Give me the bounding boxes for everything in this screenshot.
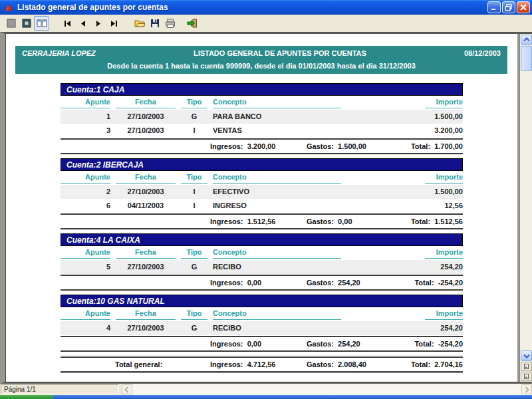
previous-page-button[interactable] <box>75 16 90 31</box>
grand-total-label: Total general: <box>61 360 210 368</box>
column-header-importe: Importe <box>425 173 463 184</box>
column-header-tipo: Tipo <box>181 98 207 108</box>
first-page-button[interactable] <box>60 16 75 31</box>
table-cell: 04/11/2003 <box>116 199 176 213</box>
horizontal-scrollbar[interactable] <box>122 384 532 395</box>
whole-page-icon <box>6 18 17 29</box>
scroll-down-button[interactable] <box>521 350 532 361</box>
printer-icon <box>165 18 176 29</box>
table-row: 527/10/2003GRECIBO254,20 <box>61 260 463 274</box>
taskbar-fragment <box>53 395 532 399</box>
column-header-importe: Importe <box>425 248 463 259</box>
table-cell: I <box>181 199 207 213</box>
taskbar-start-fragment <box>0 395 53 399</box>
table-cell: I <box>181 124 207 138</box>
section-gastos: Gastos: 254,20 <box>307 279 376 287</box>
exit-icon <box>187 18 198 29</box>
grand-ingresos: Ingresos: 4.712,56 <box>210 360 307 368</box>
open-button[interactable] <box>132 16 147 31</box>
column-header-fecha: Fecha <box>116 248 176 259</box>
page-width-view-button[interactable] <box>19 16 34 31</box>
table-cell: RECIBO <box>213 260 388 274</box>
page-up-button[interactable] <box>521 362 532 371</box>
grand-gastos: Gastos: 2.008,40 <box>307 360 376 368</box>
page-down-icon <box>524 374 529 379</box>
column-header-concepto: Concepto <box>213 248 341 259</box>
two-pages-icon <box>37 18 47 29</box>
column-header-tipo: Tipo <box>181 173 207 184</box>
section-rows: 427/10/2003GRECIBO254,20 <box>61 321 463 335</box>
account-section: Cuenta:1 CAJA ApunteFechaTipoConceptoImp… <box>61 83 463 154</box>
grand-total-bottom-rule <box>61 371 463 373</box>
report-date: 08/12/2003 <box>464 49 501 57</box>
column-header-apunte: Apunte <box>61 173 110 184</box>
save-icon <box>150 18 160 29</box>
table-cell: 12,56 <box>393 199 463 213</box>
section-ingresos: Ingresos: 1.512,56 <box>210 217 307 225</box>
column-header-fecha: Fecha <box>116 309 176 320</box>
column-header-concepto: Concepto <box>213 309 341 320</box>
scroll-up-button[interactable] <box>521 35 532 45</box>
close-button[interactable] <box>517 1 530 13</box>
section-totals: Ingresos: 0,00 Gastos: 254,20 Total: -25… <box>61 276 463 289</box>
column-header-fecha: Fecha <box>116 173 176 184</box>
exit-button[interactable] <box>184 16 200 31</box>
table-cell: 254,20 <box>393 260 463 274</box>
table-cell: I <box>181 185 207 199</box>
minimize-button[interactable] <box>487 1 501 13</box>
toolbar <box>0 15 532 32</box>
vertical-scrollbar-bottom <box>520 350 532 382</box>
two-pages-view-button[interactable] <box>34 16 49 31</box>
grand-total-value: Total: 2.704,16 <box>376 360 463 368</box>
scroll-right-button[interactable] <box>521 384 532 394</box>
print-button[interactable] <box>162 16 178 31</box>
section-gastos: Gastos: 254,20 <box>307 340 376 348</box>
vertical-scrollbar[interactable] <box>519 34 532 382</box>
table-cell: INGRESO <box>213 199 388 213</box>
horizontal-scroll-track[interactable] <box>132 384 521 394</box>
whole-page-view-button[interactable] <box>3 16 19 31</box>
window-controls <box>487 1 530 13</box>
table-row: 327/10/2003IVENTAS3.200,00 <box>61 124 463 138</box>
page-down-button[interactable] <box>521 372 532 381</box>
next-page-button[interactable] <box>90 16 106 31</box>
table-row: 227/10/2003IEFECTIVO1.500,00 <box>61 185 463 199</box>
table-cell: 27/10/2003 <box>116 185 176 199</box>
restore-button[interactable] <box>502 1 515 13</box>
report-subtitle: Desde la cuenta 1 hasta la cuenta 999999… <box>22 62 501 70</box>
open-folder-icon <box>134 18 145 29</box>
app-window: Listado general de apuntes por cuentas <box>0 0 532 399</box>
section-bottom-rule <box>61 289 463 291</box>
table-cell: VENTAS <box>213 124 388 138</box>
close-icon <box>519 3 527 11</box>
section-gastos: Gastos: 0,00 <box>307 217 376 225</box>
section-ingresos: Ingresos: 0,00 <box>210 279 307 287</box>
table-cell: G <box>181 110 207 124</box>
table-row: 604/11/2003IINGRESO12,56 <box>61 199 463 213</box>
page-up-icon <box>524 364 529 369</box>
column-header-tipo: Tipo <box>181 309 207 320</box>
section-rows: 127/10/2003GPARA BANCO1.500,00327/10/200… <box>61 110 463 138</box>
title-bar[interactable]: Listado general de apuntes por cuentas <box>0 0 532 15</box>
table-cell: 6 <box>61 199 110 213</box>
page-indicator: Página 1/1 <box>1 384 119 394</box>
table-cell: G <box>181 260 207 274</box>
restore-icon <box>505 3 513 11</box>
account-title: Cuenta:4 LA CAIXA <box>66 235 140 245</box>
column-header-importe: Importe <box>425 309 463 320</box>
section-total: Total: -254,20 <box>376 340 463 348</box>
chevron-down-icon <box>523 353 530 358</box>
table-cell: 3 <box>61 124 110 138</box>
grand-total-row: Total general: Ingresos: 4.712,56 Gastos… <box>61 358 463 371</box>
last-page-button[interactable] <box>106 16 121 31</box>
scroll-left-button[interactable] <box>122 384 132 394</box>
table-cell: 2 <box>61 185 110 199</box>
account-section: Cuenta:10 GAS NATURAL ApunteFechaTipoCon… <box>61 295 463 352</box>
previous-page-icon <box>78 18 88 29</box>
save-button[interactable] <box>147 16 162 31</box>
report-title: LISTADO GENERAL DE APUNTES POR CUENTAS <box>96 49 464 57</box>
vertical-scroll-thumb[interactable] <box>521 46 532 71</box>
account-band: Cuenta:2 IBERCAJA <box>61 158 463 171</box>
table-cell: PARA BANCO <box>213 110 388 124</box>
table-cell: 27/10/2003 <box>116 124 176 138</box>
